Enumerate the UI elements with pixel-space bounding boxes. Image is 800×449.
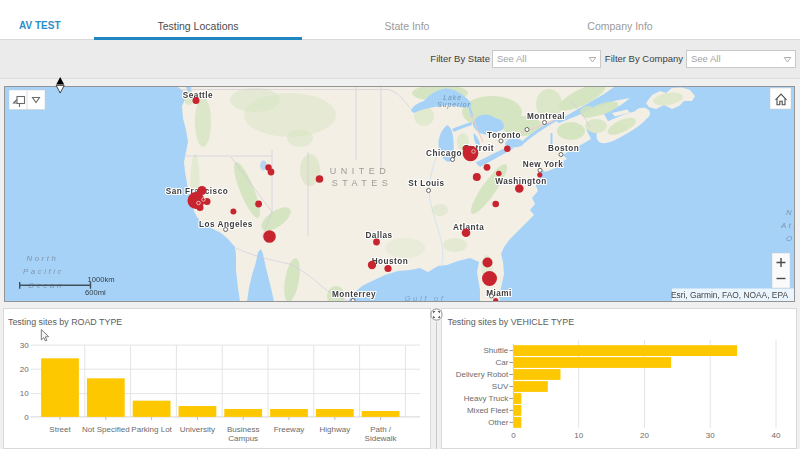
svg-text:30: 30	[706, 431, 715, 440]
svg-text:STATES: STATES	[332, 178, 393, 188]
svg-text:Atl: Atl	[780, 221, 794, 230]
svg-text:SUV: SUV	[492, 382, 509, 391]
svg-text:Car: Car	[495, 358, 508, 367]
svg-text:Dallas: Dallas	[365, 231, 392, 240]
svg-text:40: 40	[772, 431, 781, 440]
svg-text:St Louis: St Louis	[408, 179, 444, 188]
svg-text:10: 10	[574, 431, 583, 440]
svg-text:Sidewalk: Sidewalk	[365, 434, 398, 443]
svg-text:Freeway: Freeway	[274, 425, 305, 434]
svg-text:Testing sites by VEHICLE TYPE: Testing sites by VEHICLE TYPE	[448, 317, 575, 327]
svg-text:600mi: 600mi	[85, 288, 106, 297]
svg-text:Toronto: Toronto	[487, 131, 521, 140]
svg-text:Other: Other	[488, 418, 508, 427]
svg-text:10: 10	[20, 389, 29, 398]
svg-text:Not Specified: Not Specified	[82, 425, 130, 434]
svg-text:Testing sites by ROAD TYPE: Testing sites by ROAD TYPE	[8, 317, 122, 327]
svg-text:Street: Street	[49, 425, 71, 434]
svg-text:Boston: Boston	[548, 144, 579, 153]
svg-text:0: 0	[24, 413, 29, 422]
svg-text:Mixed Fleet: Mixed Fleet	[467, 406, 509, 415]
svg-text:Esri, Garmin, FAO, NOAA, EPA: Esri, Garmin, FAO, NOAA, EPA	[671, 290, 789, 300]
svg-text:Shuttle: Shuttle	[483, 346, 508, 355]
svg-text:Monterrey: Monterrey	[332, 290, 376, 299]
svg-text:N: N	[786, 208, 794, 217]
svg-text:Houston: Houston	[372, 257, 409, 266]
svg-text:0: 0	[511, 431, 516, 440]
svg-text:University: University	[180, 425, 215, 434]
svg-text:Highway: Highway	[319, 425, 350, 434]
svg-text:Path /: Path /	[370, 425, 392, 434]
svg-text:20: 20	[640, 431, 649, 440]
svg-text:Parking Lot: Parking Lot	[131, 425, 172, 434]
svg-text:1000km: 1000km	[88, 275, 115, 284]
svg-text:Campus: Campus	[228, 434, 258, 443]
svg-text:O: O	[786, 234, 794, 243]
svg-text:Pacific: Pacific	[23, 267, 64, 276]
svg-text:Gulf of: Gulf of	[404, 294, 445, 301]
svg-text:North: North	[26, 254, 58, 263]
svg-text:Superior: Superior	[437, 101, 471, 109]
svg-text:30: 30	[20, 341, 29, 350]
svg-text:New York: New York	[523, 160, 564, 169]
svg-text:Delivery Robot: Delivery Robot	[456, 370, 509, 379]
svg-text:20: 20	[20, 365, 29, 374]
svg-text:Business: Business	[227, 425, 259, 434]
svg-text:UNITED: UNITED	[330, 166, 391, 176]
svg-text:Montreal: Montreal	[527, 112, 565, 121]
svg-text:Heavy Truck: Heavy Truck	[464, 394, 509, 403]
svg-text:Chicago: Chicago	[426, 149, 462, 158]
